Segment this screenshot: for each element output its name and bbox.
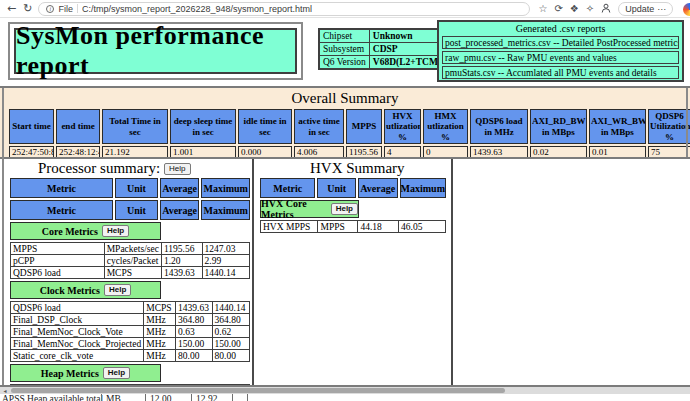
browser-toolbar: ← ↻ i File C:/tmp/sysmon_report_2026228_… bbox=[0, 0, 690, 18]
metric-cell: MPPS bbox=[11, 243, 105, 255]
hvx-summary-table: MetricUnitAverageMaximumHVX Core Metrics… bbox=[260, 178, 446, 233]
scrollbar-thumb[interactable] bbox=[11, 388, 505, 393]
help-button[interactable]: Help bbox=[164, 163, 190, 175]
metric-cell: 1440.14 bbox=[212, 302, 249, 314]
metric-cell: 1439.63 bbox=[161, 267, 202, 279]
collections-icon[interactable]: ✧ bbox=[586, 4, 594, 14]
overall-column-header: HMX utlization % bbox=[423, 109, 468, 144]
update-button[interactable]: Update ··· bbox=[618, 2, 673, 16]
help-button[interactable]: Help bbox=[331, 203, 358, 215]
metric-cell: Final_MemNoc_Clock_Projected bbox=[11, 338, 144, 350]
heap-row-metric: APSS Heap available total bbox=[2, 394, 103, 401]
frame-divider-1 bbox=[252, 159, 254, 385]
favorites-star-icon[interactable]: ☆ bbox=[538, 4, 547, 14]
metric-cell: 150.00 bbox=[212, 338, 249, 350]
metric-cell: MHz bbox=[144, 338, 176, 350]
metric-column-header: Metric bbox=[10, 200, 113, 220]
section-name: Clock Metrics bbox=[40, 285, 100, 296]
metric-cell: 80.00 bbox=[176, 350, 212, 362]
metric-cell: cycles/Packet bbox=[104, 255, 161, 267]
metric-cell: 44.18 bbox=[358, 221, 399, 233]
metric-cell: MHz bbox=[144, 350, 176, 362]
metric-cell: 364.80 bbox=[176, 314, 212, 326]
section-header: HVX Core MetricsHelp bbox=[260, 200, 359, 218]
scrollbar-left-arrow-icon[interactable]: ◂ bbox=[0, 387, 10, 394]
horizontal-scrollbar[interactable]: ◂ bbox=[0, 387, 690, 394]
metric-column-header: Metric bbox=[260, 178, 315, 198]
overall-column-header: AXI_RD_BW in MBps bbox=[530, 109, 587, 144]
metric-rows-table: MPPSMPackets/sec1195.561247.03pCPPcycles… bbox=[10, 242, 250, 279]
metric-row: Final_DSP_ClockMHz364.80364.80 bbox=[11, 314, 250, 326]
heap-row-average: 12.00 bbox=[150, 394, 171, 401]
metric-cell: 1195.56 bbox=[161, 243, 202, 255]
metric-cell: 1440.14 bbox=[202, 267, 250, 279]
metric-cell: MHz bbox=[144, 326, 176, 338]
page-info-icon[interactable]: i bbox=[46, 5, 54, 13]
metric-column-header: Average bbox=[358, 178, 398, 198]
metric-column-header: Unit bbox=[115, 178, 158, 198]
overall-column-header: QDSP6 Utilization % bbox=[648, 109, 690, 144]
metric-rows-table: HVX MPPSMPPS44.1846.05 bbox=[260, 220, 446, 233]
processor-summary-title-text: Processor summary: bbox=[38, 160, 160, 177]
overall-column-header: deep sleep time in sec bbox=[170, 109, 236, 144]
extensions-icon[interactable]: ❖ bbox=[570, 4, 579, 14]
section-header: Clock MetricsHelp bbox=[10, 281, 161, 299]
metric-cell: QDSP6 load bbox=[11, 267, 105, 279]
heap-row-maximum: 12.92 bbox=[196, 394, 217, 401]
help-button[interactable]: Help bbox=[103, 367, 130, 379]
metric-cell: MCPS bbox=[144, 302, 176, 314]
report-file-item: pmuStats.csv -- Accumlated all PMU event… bbox=[442, 66, 679, 79]
metric-header-row: MetricUnitAverageMaximum bbox=[10, 178, 250, 198]
frame-border-left bbox=[2, 88, 4, 385]
overall-column-header: MPPS bbox=[346, 109, 382, 144]
address-separator bbox=[77, 4, 78, 13]
metric-cell: pCPP bbox=[11, 255, 105, 267]
chipset-label: Q6 Version bbox=[319, 56, 369, 70]
metric-header-row: MetricUnitAverageMaximum bbox=[260, 178, 446, 198]
overall-column-header: QDSP6 load in MHz bbox=[470, 109, 528, 144]
metric-cell: 1247.03 bbox=[202, 243, 250, 255]
chipset-label: Chipset bbox=[319, 29, 369, 43]
more-options-icon: ··· bbox=[657, 4, 666, 14]
cell-border bbox=[247, 394, 248, 401]
overall-summary-panel: Overall Summary Start timeend timeTotal … bbox=[0, 88, 690, 157]
profile-icon[interactable] bbox=[601, 3, 611, 15]
overall-column-header: active time in sec bbox=[294, 109, 344, 144]
report-file-item: raw_pmu.csv -- Raw PMU events and values bbox=[442, 51, 679, 64]
clipped-heap-row: APSS Heap available total MB 12.00 12.92 bbox=[0, 394, 690, 401]
report-file-item: post_processed_metrics.csv -- Detailed P… bbox=[442, 36, 679, 49]
help-button[interactable]: Help bbox=[102, 225, 129, 237]
frame-divider-2 bbox=[451, 159, 453, 385]
browser-essentials-icon[interactable]: ⟳ bbox=[554, 4, 562, 14]
metric-cell: MPPS bbox=[318, 221, 358, 233]
section-header: Core MetricsHelp bbox=[10, 222, 161, 240]
help-button[interactable]: Help bbox=[104, 284, 131, 296]
cell-border bbox=[145, 394, 146, 401]
frame-border-right bbox=[686, 88, 688, 157]
edge-profile-avatar[interactable] bbox=[683, 3, 690, 16]
processor-summary-title: Processor summary: Help bbox=[38, 160, 191, 177]
metric-column-header: Maximum bbox=[201, 178, 250, 198]
metric-column-header: Maximum bbox=[400, 178, 446, 198]
metric-row: QDSP6 loadMCPS1439.631440.14 bbox=[11, 267, 250, 279]
heap-row-unit: MB bbox=[106, 394, 121, 401]
back-icon[interactable]: ← bbox=[7, 3, 16, 14]
metric-column-header: Unit bbox=[317, 178, 356, 198]
metric-cell: 0.62 bbox=[212, 326, 249, 338]
metric-cell: MPackets/sec bbox=[104, 243, 161, 255]
section-name: Heap Metrics bbox=[41, 368, 99, 379]
cell-border bbox=[101, 394, 102, 401]
metric-cell: Static_core_clk_vote bbox=[11, 350, 144, 362]
metric-row: Static_core_clk_voteMHz80.0080.00 bbox=[11, 350, 250, 362]
hvx-summary-title-text: HVX Summary bbox=[310, 160, 405, 177]
metric-cell: 364.80 bbox=[212, 314, 249, 326]
address-bar[interactable]: i File C:/tmp/sysmon_report_2026228_948/… bbox=[38, 2, 530, 16]
metric-cell: 150.00 bbox=[176, 338, 212, 350]
overall-summary-title: Overall Summary bbox=[0, 88, 690, 107]
metric-column-header: Maximum bbox=[201, 200, 250, 220]
overall-column-header: idle time in sec bbox=[238, 109, 292, 144]
metric-cell: Final_DSP_Clock bbox=[11, 314, 144, 326]
section-name: Core Metrics bbox=[42, 226, 98, 237]
refresh-icon[interactable]: ↻ bbox=[23, 3, 32, 14]
overall-column-header: end time bbox=[56, 109, 100, 144]
